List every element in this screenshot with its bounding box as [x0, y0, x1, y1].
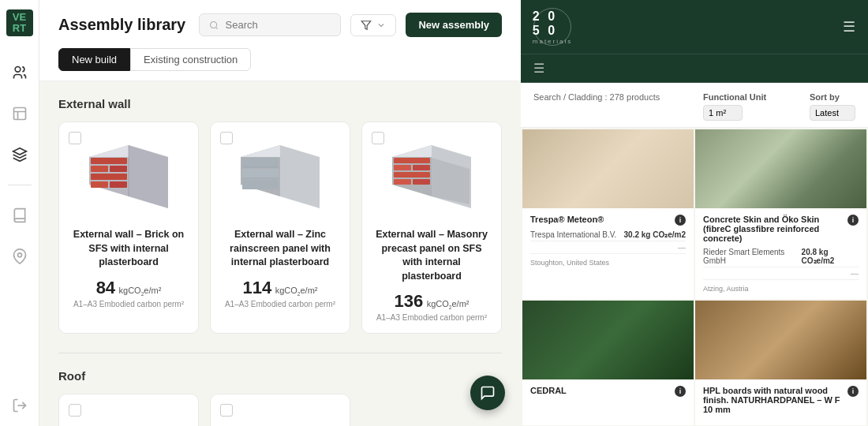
product-image-concrete [695, 129, 866, 208]
svg-rect-11 [91, 158, 127, 164]
svg-rect-33 [394, 172, 430, 178]
card-brick[interactable]: External wall – Brick on SFS with intern… [58, 121, 199, 334]
card-image-roof-flat [70, 405, 187, 426]
sidebar-item-layers[interactable] [9, 144, 31, 166]
roof-cards [58, 394, 502, 426]
search-box[interactable] [199, 13, 341, 36]
svg-rect-12 [91, 166, 108, 172]
assembly-body: External wall [39, 81, 521, 426]
fab-button[interactable] [470, 376, 505, 410]
brick-wall-svg [81, 137, 176, 216]
card-metrics-zinc: 114 kgCO2e/m² A1–A3 Embodied carbon perm… [222, 278, 339, 308]
product-info-concrete: Concrete Skin and Öko Skin (fibreC glass… [695, 208, 866, 299]
functional-unit-label: Functional Unit [703, 92, 766, 102]
product-footer-concrete: Atzing, Austria [703, 285, 859, 293]
product-metrics-trespa: Trespa International B.V. 30.2 kg CO₂e/m… [530, 230, 686, 267]
left-sidebar: VERT [0, 0, 39, 426]
sidebar-divider [8, 185, 32, 185]
sidebar-item-users[interactable] [9, 62, 31, 84]
tab-existing-construction[interactable]: Existing construction [130, 48, 251, 71]
header: Assembly library New assembly New build … [39, 0, 521, 81]
right-content-header: Search / Cladding : 278 products Functio… [521, 83, 868, 128]
product-card-trespa[interactable]: Trespa® Meteon® i Trespa International B… [522, 129, 694, 299]
svg-rect-24 [242, 180, 279, 189]
product-location-concrete: Atzing, Austria [703, 285, 749, 293]
svg-rect-35 [413, 179, 430, 185]
sidebar-item-logout[interactable] [9, 394, 31, 417]
product-name-concrete: Concrete Skin and Öko Skin (fibreC glass… [703, 215, 859, 243]
lines-icon: ☰ [533, 61, 544, 76]
card-image-roof-green [222, 405, 339, 426]
svg-rect-16 [110, 181, 127, 188]
card-checkbox-brick[interactable] [69, 132, 81, 144]
svg-rect-30 [394, 158, 430, 163]
search-input[interactable] [226, 19, 331, 31]
right-subheader: ☰ [521, 54, 868, 83]
svg-marker-10 [89, 145, 129, 157]
svg-rect-15 [91, 181, 108, 188]
external-wall-cards: External wall – Brick on SFS with intern… [58, 121, 502, 334]
tab-new-build[interactable]: New build [58, 48, 130, 71]
card-value-brick: 84 [96, 278, 115, 297]
svg-rect-1 [13, 108, 25, 120]
product-metrics-concrete: Rieder Smart Elements GmbH 20.8 kg CO₂e/… [703, 248, 859, 293]
section-external-wall-title: External wall [58, 97, 502, 110]
product-card-hpl[interactable]: HPL boards with natural wood finish. NAT… [695, 301, 866, 425]
card-metrics-masonry: 136 kgCO2e/m² A1–A3 Embodied carbon perm… [373, 291, 490, 322]
card-roof-green[interactable] [210, 394, 350, 426]
svg-rect-34 [394, 179, 411, 185]
product-image-hpl [695, 301, 866, 379]
sort-select[interactable]: Latest [810, 105, 855, 121]
card-image-masonry [373, 133, 490, 220]
sidebar-item-building[interactable] [9, 103, 31, 125]
sort-label: Sort by [810, 92, 855, 102]
card-title-masonry: External wall – Masonry precast panel on… [373, 228, 490, 283]
card-unit-brick: kgCO2e/m² [119, 286, 162, 295]
card-value-masonry: 136 [395, 291, 424, 311]
metric-value-co2-concrete: 20.8 kg CO₂e/m2 [802, 248, 859, 265]
masonry-wall-svg [384, 137, 479, 216]
svg-rect-23 [242, 169, 279, 178]
chat-icon [480, 385, 496, 401]
card-image-brick [70, 133, 187, 220]
svg-line-6 [216, 27, 218, 28]
svg-rect-22 [242, 158, 279, 167]
product-image-trespa [522, 129, 694, 208]
product-grid: Trespa® Meteon® i Trespa International B… [521, 128, 868, 426]
new-assembly-button[interactable]: New assembly [406, 13, 502, 37]
hamburger-icon[interactable]: ☰ [843, 18, 855, 36]
sidebar-item-book[interactable] [9, 204, 31, 226]
filter-button[interactable] [350, 14, 396, 36]
card-title-zinc: External wall – Zinc rainscreen panel wi… [222, 228, 339, 270]
svg-marker-2 [13, 148, 26, 155]
card-title-brick: External wall – Brick on SFS with intern… [70, 228, 187, 270]
card-image-zinc [222, 133, 339, 220]
right-header: 2 0 5 0 materials ☰ [521, 0, 868, 54]
card-checkbox-roof-green[interactable] [220, 404, 233, 417]
svg-rect-13 [110, 166, 127, 172]
app-logo: VERT [6, 9, 33, 36]
product-card-cedral[interactable]: CEDRAL i [522, 301, 694, 425]
info-badge-cedral: i [675, 386, 686, 397]
info-badge-concrete: i [847, 215, 859, 226]
right-logo: 2 0 5 0 materials [533, 8, 571, 46]
card-checkbox-roof-flat[interactable] [69, 404, 81, 417]
logo-numbers: 2 0 5 0 [533, 9, 572, 38]
metric-row-co2-concrete: Rieder Smart Elements GmbH 20.8 kg CO₂e/… [703, 248, 859, 267]
product-info-hpl: HPL boards with natural wood finish. NAT… [695, 379, 866, 425]
product-info-cedral: CEDRAL i [522, 379, 694, 408]
card-checkbox-zinc[interactable] [220, 132, 233, 144]
card-sub-masonry: A1–A3 Embodied carbon perm² [373, 313, 490, 322]
functional-unit-select[interactable]: 1 m² [703, 105, 743, 121]
card-masonry[interactable]: External wall – Masonry precast panel on… [361, 121, 502, 334]
zinc-wall-svg [233, 137, 327, 216]
card-zinc[interactable]: External wall – Zinc rainscreen panel wi… [210, 121, 350, 334]
card-roof-flat[interactable] [58, 394, 199, 426]
sidebar-item-location[interactable] [9, 245, 31, 267]
svg-rect-32 [413, 165, 430, 170]
product-card-concrete[interactable]: Concrete Skin and Öko Skin (fibreC glass… [695, 129, 866, 299]
svg-rect-31 [394, 165, 411, 170]
card-checkbox-masonry[interactable] [372, 132, 384, 144]
roof-green-svg [233, 417, 327, 426]
right-content: Search / Cladding : 278 products Functio… [521, 83, 868, 426]
